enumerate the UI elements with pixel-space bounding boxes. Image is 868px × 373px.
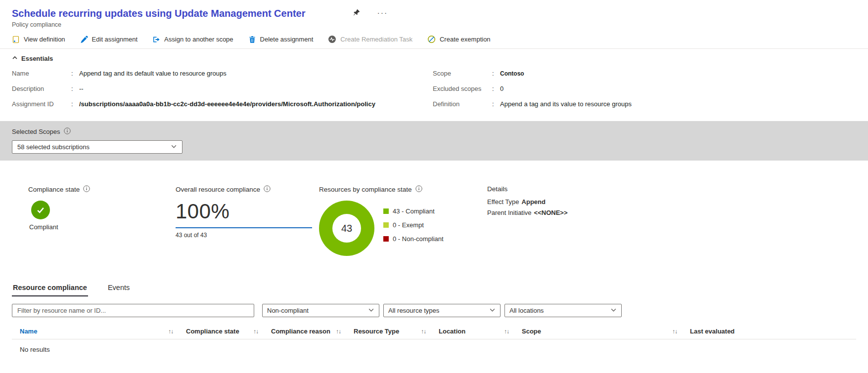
- compliance-state-card: Compliance state Compliant: [28, 185, 176, 256]
- location-filter-value: All locations: [509, 307, 544, 314]
- essentials-label: Essentials: [21, 55, 53, 62]
- separator: [71, 69, 79, 78]
- column-header-resource-type[interactable]: Resource Type ↑↓: [354, 328, 439, 335]
- legend-item-non-compliant: 0 - Non-compliant: [383, 235, 444, 243]
- tab-label: Resource compliance: [13, 284, 87, 291]
- scopes-dropdown[interactable]: 58 selected subscriptions: [12, 140, 183, 154]
- pin-icon: [353, 9, 360, 18]
- legend-item-compliant: 43 - Compliant: [383, 207, 444, 215]
- compliance-state-value: Compliant: [28, 223, 176, 231]
- column-header-compliance-state[interactable]: Compliance state ↑↓: [186, 328, 271, 335]
- tab-events[interactable]: Events: [107, 282, 131, 296]
- compliance-filter-value: Non-compliant: [267, 307, 309, 314]
- legend-swatch-compliant: [383, 208, 389, 214]
- essentials-row-description: Description --: [12, 84, 433, 93]
- compliance-donut-chart: 43: [319, 201, 374, 256]
- column-label: Name: [20, 328, 37, 335]
- column-label: Compliance reason: [271, 328, 330, 335]
- overall-compliance-label: Overall resource compliance: [176, 186, 260, 193]
- location-filter-dropdown[interactable]: All locations: [504, 304, 622, 317]
- column-header-last-evaluated[interactable]: Last evaluated: [690, 328, 856, 335]
- field-value: Append a tag and its value to resource g…: [500, 100, 632, 109]
- essentials-row-assignment-id: Assignment ID /subscriptions/aaaa0a0a-bb…: [12, 100, 433, 109]
- compliance-summary: Compliance state Compliant Overall resou…: [0, 161, 868, 256]
- field-label: Definition: [433, 100, 492, 109]
- separator: [492, 69, 500, 78]
- more-options-button[interactable]: ···: [377, 11, 388, 16]
- sort-icon: ↑↓: [253, 328, 258, 335]
- trash-icon: [248, 36, 256, 43]
- essentials-row-excluded-scopes: Excluded scopes 0: [433, 84, 856, 93]
- chevron-down-icon: [489, 307, 496, 315]
- pin-button[interactable]: [353, 9, 360, 18]
- details-card: Details Effect TypeAppend Parent Initiat…: [487, 185, 856, 256]
- column-header-name[interactable]: Name ↑↓: [12, 328, 186, 335]
- filter-bar: Non-compliant All resource types All loc…: [0, 304, 868, 317]
- column-header-scope[interactable]: Scope ↑↓: [522, 328, 690, 335]
- detail-value: <<NONE>>: [534, 209, 568, 216]
- assign-scope-label: Assign to another scope: [164, 36, 233, 43]
- delete-assignment-label: Delete assignment: [260, 36, 314, 43]
- create-exemption-button[interactable]: Create exemption: [427, 35, 491, 43]
- sort-icon: ↑↓: [504, 328, 509, 335]
- separator: [71, 100, 79, 109]
- column-label: Last evaluated: [690, 328, 734, 335]
- essentials-row-scope: Scope Contoso: [433, 69, 856, 78]
- donut-legend: 43 - Compliant 0 - Exempt 0 - Non-compli…: [383, 201, 444, 256]
- info-icon[interactable]: [415, 185, 422, 194]
- edit-assignment-button[interactable]: Edit assignment: [80, 36, 138, 43]
- info-icon[interactable]: [64, 127, 71, 136]
- legend-item-exempt: 0 - Exempt: [383, 221, 444, 229]
- pencil-icon: [80, 36, 88, 43]
- essentials-toggle[interactable]: Essentials: [12, 55, 53, 69]
- remediation-icon: [328, 35, 336, 43]
- page-title: Schedule recurring updates using Update …: [12, 7, 305, 20]
- command-bar: View definition Edit assignment Assign t…: [0, 31, 868, 49]
- tab-resource-compliance[interactable]: Resource compliance: [12, 282, 88, 296]
- table-header: Name ↑↓ Compliance state ↑↓ Compliance r…: [12, 324, 856, 339]
- selected-scopes-label: Selected Scopes: [12, 128, 60, 135]
- column-label: Location: [439, 328, 465, 335]
- essentials-row-name: Name Append tag and its default value to…: [12, 69, 433, 78]
- resources-by-state-card: Resources by compliance state 43 43 - Co…: [319, 185, 487, 256]
- detail-value: Append: [522, 198, 546, 206]
- field-label: Description: [12, 84, 71, 93]
- column-label: Compliance state: [186, 328, 239, 335]
- compliance-state-label: Compliance state: [28, 186, 80, 193]
- field-value: 0: [500, 84, 503, 93]
- view-definition-button[interactable]: View definition: [12, 36, 65, 43]
- resource-filter-input[interactable]: [12, 304, 254, 317]
- legend-swatch-non-compliant: [383, 236, 389, 242]
- compliance-filter-dropdown[interactable]: Non-compliant: [262, 304, 379, 317]
- sort-icon: ↑↓: [168, 328, 173, 335]
- selected-scopes-band: Selected Scopes 58 selected subscription…: [0, 121, 868, 161]
- view-definition-icon: [12, 36, 20, 43]
- create-exemption-label: Create exemption: [440, 36, 491, 43]
- page-subtitle: Policy compliance: [0, 20, 868, 31]
- details-title: Details: [487, 185, 856, 193]
- view-definition-label: View definition: [24, 36, 65, 43]
- legend-label: 0 - Non-compliant: [393, 235, 444, 243]
- ellipsis-icon: ···: [377, 9, 388, 17]
- info-icon[interactable]: [83, 185, 90, 194]
- info-icon[interactable]: [264, 185, 271, 194]
- delete-assignment-button[interactable]: Delete assignment: [248, 36, 314, 43]
- legend-label: 43 - Compliant: [393, 207, 435, 215]
- field-value: /subscriptions/aaaa0a0a-bb1b-cc2c-dd3d-e…: [79, 100, 375, 109]
- chevron-down-icon: [610, 307, 617, 315]
- column-header-location[interactable]: Location ↑↓: [439, 328, 522, 335]
- chevron-down-icon: [171, 143, 177, 151]
- overall-detail: 43 out of 43: [176, 232, 319, 239]
- donut-center-value: 43: [341, 223, 352, 234]
- separator: [492, 100, 500, 109]
- assign-scope-button[interactable]: Assign to another scope: [152, 36, 233, 43]
- create-remediation-task-button: Create Remediation Task: [328, 35, 412, 43]
- separator: [71, 84, 79, 93]
- resource-type-filter-dropdown[interactable]: All resource types: [383, 304, 501, 317]
- sort-icon: ↑↓: [672, 328, 677, 335]
- tab-bar: Resource compliance Events: [0, 282, 868, 296]
- resource-type-filter-value: All resource types: [388, 307, 439, 314]
- detail-effect-type: Effect TypeAppend: [487, 197, 856, 207]
- column-header-compliance-reason[interactable]: Compliance reason ↑↓: [271, 328, 354, 335]
- column-label: Scope: [522, 328, 541, 335]
